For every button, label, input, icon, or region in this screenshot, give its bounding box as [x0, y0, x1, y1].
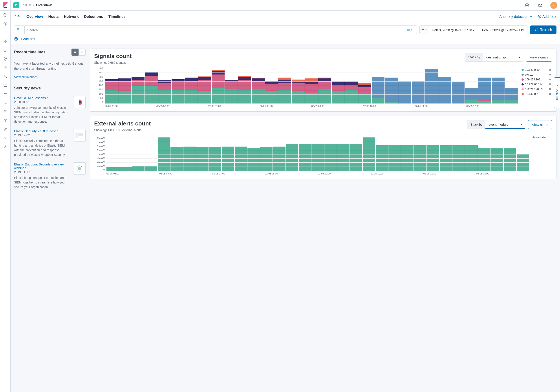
rail-siem-icon[interactable]	[0, 107, 10, 116]
chart-bar[interactable]	[389, 145, 401, 171]
rail-uptime-icon[interactable]	[0, 98, 10, 107]
chart-bar[interactable]	[345, 81, 358, 104]
signals-stack-by-select[interactable]: destination.ip	[483, 53, 523, 61]
chart-bar[interactable]	[337, 144, 350, 171]
kibana-logo[interactable]	[0, 0, 10, 10]
view-signals-button[interactable]: View signals	[526, 53, 552, 62]
date-picker[interactable]: Feb 3, 2020 @ 04:16:17.047 → Feb 5, 2020…	[420, 26, 528, 34]
date-start[interactable]: Feb 3, 2020 @ 04:16:17.047	[432, 28, 474, 32]
view-all-timelines-link[interactable]: View all timelines	[14, 75, 86, 79]
refresh-button[interactable]: Refresh	[530, 26, 557, 34]
favorites-toggle[interactable]	[71, 48, 79, 56]
rail-ml-icon[interactable]	[0, 63, 10, 72]
legend-item[interactable]: suricata	[532, 136, 551, 139]
chart-bar[interactable]	[196, 147, 209, 171]
chart-bar[interactable]	[286, 144, 298, 171]
rail-recent-icon[interactable]	[0, 10, 10, 19]
legend-item[interactable]: 169.254.169....0	[521, 78, 551, 81]
tab-timelines[interactable]: Timelines	[109, 11, 126, 22]
chart-bar[interactable]	[132, 166, 144, 171]
alerts-stack-by-select[interactable]: event.module	[485, 120, 525, 129]
chart-bar[interactable]	[238, 76, 251, 104]
rail-discover-icon[interactable]	[0, 19, 10, 28]
date-quick-select[interactable]	[420, 26, 429, 34]
chart-bar[interactable]	[465, 88, 478, 104]
chart-bar[interactable]	[425, 69, 438, 104]
tab-network[interactable]: Network	[64, 11, 79, 22]
chart-bar[interactable]	[491, 148, 503, 171]
saved-query-button[interactable]	[14, 26, 25, 34]
timeline-flyout-handle[interactable]: Timeline	[554, 77, 560, 108]
rail-management-icon[interactable]	[0, 142, 10, 151]
chart-bar[interactable]	[265, 81, 278, 104]
alerts-chart[interactable]: 010,00020,00030,00040,00050,00060,00070,…	[94, 136, 529, 175]
space-selector[interactable]: D	[13, 2, 19, 8]
chart-bar[interactable]	[305, 78, 318, 104]
chart-bar[interactable]	[106, 167, 119, 171]
chart-bar[interactable]	[119, 167, 131, 171]
chart-bar[interactable]	[252, 78, 265, 104]
chart-bar[interactable]	[412, 82, 425, 104]
legend-item[interactable]: 10.142.0.70	[521, 93, 551, 96]
chart-bar[interactable]	[171, 79, 185, 104]
chart-bar[interactable]	[260, 147, 272, 171]
chart-bar[interactable]	[478, 148, 490, 171]
newsfeed-icon[interactable]	[537, 2, 544, 9]
chart-bar[interactable]	[212, 70, 225, 104]
rail-dashboard-icon[interactable]	[0, 37, 10, 46]
chart-bar[interactable]	[118, 78, 131, 104]
chart-bar[interactable]	[372, 77, 385, 104]
rail-monitoring-icon[interactable]	[0, 134, 10, 142]
legend-item[interactable]: 0.0.0.00	[521, 73, 551, 76]
chart-bar[interactable]	[332, 81, 345, 104]
chart-bar[interactable]	[170, 147, 183, 171]
svg-point-1	[3, 22, 7, 26]
chart-bar[interactable]	[299, 144, 311, 171]
edit-timelines-button[interactable]	[79, 48, 86, 56]
add-filter-button[interactable]: + Add filter	[21, 37, 35, 41]
tab-overview[interactable]: Overview	[26, 11, 43, 22]
help-icon[interactable]	[523, 2, 530, 9]
chart-bar[interactable]	[398, 81, 411, 104]
news-title-link[interactable]: Have SIEM questions?	[14, 96, 70, 100]
kql-toggle[interactable]: KQL	[404, 26, 417, 34]
filter-icon[interactable]	[14, 37, 18, 41]
rail-graph-icon[interactable]	[0, 116, 10, 125]
chart-bar[interactable]	[158, 80, 171, 104]
breadcrumb-app[interactable]: SIEM	[23, 3, 31, 7]
tab-detections[interactable]: Detections	[84, 11, 103, 22]
chart-bar[interactable]	[358, 83, 371, 104]
chart-bar[interactable]	[209, 147, 221, 171]
rail-maps-icon[interactable]	[0, 55, 10, 63]
chart-bar[interactable]	[517, 154, 529, 171]
date-end[interactable]: Feb 5, 2020 @ 12:43:54.119	[482, 28, 524, 32]
legend-item[interactable]: 35.227.65.1140	[521, 83, 551, 86]
chart-bar[interactable]	[292, 79, 305, 104]
legend-item[interactable]: 10.142.0.100	[521, 68, 551, 71]
signals-chart[interactable]: 050100150200250300350400 02-05 05:0002-0…	[94, 68, 518, 107]
search-input[interactable]	[25, 28, 404, 32]
legend-item[interactable]: 172.217.203.950	[521, 88, 551, 91]
chart-bar[interactable]	[350, 144, 362, 171]
chart-bar[interactable]	[505, 88, 518, 104]
chart-bar[interactable]	[225, 80, 238, 104]
rail-logs-icon[interactable]	[0, 81, 10, 90]
chart-bar[interactable]	[105, 79, 118, 104]
rail-canvas-icon[interactable]	[0, 46, 10, 55]
rail-visualize-icon[interactable]	[0, 28, 10, 37]
chart-bar[interactable]	[324, 144, 337, 171]
add-data-button[interactable]: Add data	[538, 15, 557, 19]
news-title-link[interactable]: Elastic Endpoint Security overview webin…	[14, 163, 70, 170]
anomaly-detection-menu[interactable]: Anomaly detection	[499, 15, 532, 19]
view-alerts-button[interactable]: View alerts	[528, 120, 552, 129]
chart-bar[interactable]	[248, 148, 260, 171]
chart-bar[interactable]	[145, 166, 157, 171]
chart-bar[interactable]	[311, 144, 324, 171]
news-title-link[interactable]: Elastic Security 7.5.0 released	[14, 129, 70, 133]
user-avatar[interactable]: e	[550, 2, 557, 9]
chart-bar[interactable]	[504, 148, 516, 171]
tab-hosts[interactable]: Hosts	[48, 11, 59, 22]
rail-dev-icon[interactable]	[0, 125, 10, 134]
rail-apm-icon[interactable]	[0, 90, 10, 98]
rail-infra-icon[interactable]	[0, 72, 10, 81]
